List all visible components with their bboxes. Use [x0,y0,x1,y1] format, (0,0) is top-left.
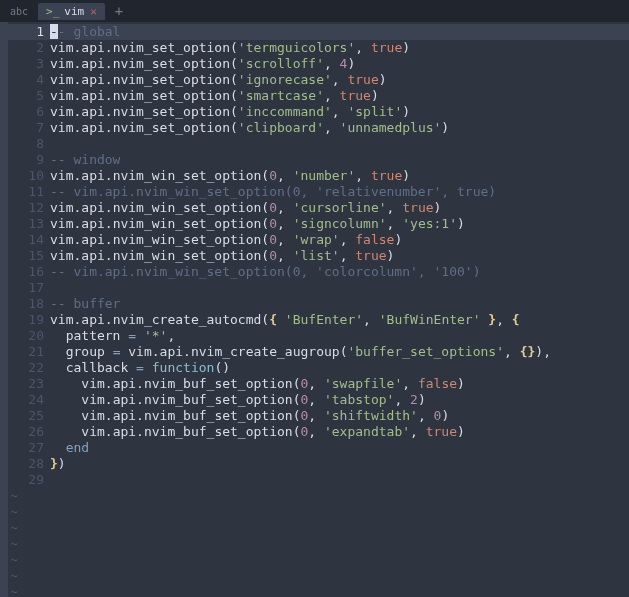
token: vim [50,232,73,247]
code-line[interactable]: 11-- vim.api.nvim_win_set_option(0, 'rel… [8,184,629,200]
code-content[interactable]: -- global [50,24,629,40]
code-line[interactable]: 3vim.api.nvim_set_option('scrolloff', 4) [8,56,629,72]
code-content[interactable]: vim.api.nvim_set_option('termguicolors',… [50,40,629,56]
code-line[interactable]: 8 [8,136,629,152]
token: ) [441,120,449,135]
token: . [136,424,144,439]
code-content[interactable]: vim.api.nvim_win_set_option(0, 'wrap', f… [50,232,629,248]
code-content[interactable]: vim.api.nvim_win_set_option(0, 'list', t… [50,248,629,264]
code-content[interactable]: -- vim.api.nvim_win_set_option(0, 'relat… [50,184,629,200]
code-line[interactable]: 17 [8,280,629,296]
line-number: 26 [8,424,50,440]
code-content[interactable] [50,472,629,488]
token: true [355,248,386,263]
line-number: 1 [8,24,50,40]
code-line[interactable]: 26 vim.api.nvim_buf_set_option(0, 'expan… [8,424,629,440]
code-content[interactable]: pattern = '*', [50,328,629,344]
code-line[interactable]: 25 vim.api.nvim_buf_set_option(0, 'shift… [8,408,629,424]
code-line[interactable]: 16-- vim.api.nvim_win_set_option(0, 'col… [8,264,629,280]
line-number: 13 [8,216,50,232]
code-line[interactable]: 23 vim.api.nvim_buf_set_option(0, 'swapf… [8,376,629,392]
code-line[interactable]: 27 end [8,440,629,456]
token: . [105,72,113,87]
code-line[interactable]: 24 vim.api.nvim_buf_set_option(0, 'tabst… [8,392,629,408]
code-content[interactable]: -- window [50,152,629,168]
token: api [81,168,104,183]
code-line[interactable]: 19vim.api.nvim_create_autocmd({ 'BufEnte… [8,312,629,328]
code-line[interactable]: 1-- global [8,24,629,40]
token: ( [261,216,269,231]
code-line[interactable]: 20 pattern = '*', [8,328,629,344]
editor[interactable]: 1-- global2vim.api.nvim_set_option('term… [8,22,629,597]
code-content[interactable]: vim.api.nvim_set_option('scrolloff', 4) [50,56,629,72]
code-line[interactable]: 6vim.api.nvim_set_option('inccommand', '… [8,104,629,120]
token: . [105,312,113,327]
empty-line-tilde: ~ [8,536,629,552]
code-line[interactable]: 4vim.api.nvim_set_option('ignorecase', t… [8,72,629,88]
code-content[interactable]: vim.api.nvim_set_option('clipboard', 'un… [50,120,629,136]
code-line[interactable]: 2vim.api.nvim_set_option('termguicolors'… [8,40,629,56]
token: api [113,408,136,423]
token: nvim_buf_set_option [144,376,293,391]
token: ( [261,168,269,183]
code-line[interactable]: 13vim.api.nvim_win_set_option(0, 'signco… [8,216,629,232]
token: nvim_set_option [113,72,230,87]
new-tab-button[interactable]: + [115,3,123,19]
code-content[interactable]: vim.api.nvim_buf_set_option(0, 'swapfile… [50,376,629,392]
code-content[interactable]: vim.api.nvim_set_option('smartcase', tru… [50,88,629,104]
code-content[interactable]: vim.api.nvim_buf_set_option(0, 'tabstop'… [50,392,629,408]
line-number: 18 [8,296,50,312]
code-content[interactable]: callback = function() [50,360,629,376]
code-line[interactable]: 10vim.api.nvim_win_set_option(0, 'number… [8,168,629,184]
code-content[interactable]: vim.api.nvim_set_option('inccommand', 's… [50,104,629,120]
token: , [363,312,379,327]
code-content[interactable]: vim.api.nvim_win_set_option(0, 'number',… [50,168,629,184]
code-line[interactable]: 21 group = vim.api.nvim_create_augroup('… [8,344,629,360]
code-content[interactable]: vim.api.nvim_create_autocmd({ 'BufEnter'… [50,312,629,328]
token: true [340,88,371,103]
code-content[interactable]: vim.api.nvim_buf_set_option(0, 'shiftwid… [50,408,629,424]
code-line[interactable]: 9-- window [8,152,629,168]
code-content[interactable]: -- buffer [50,296,629,312]
code-line[interactable]: 7vim.api.nvim_set_option('clipboard', 'u… [8,120,629,136]
code-content[interactable] [50,136,629,152]
token: } [488,312,496,327]
code-content[interactable]: group = vim.api.nvim_create_augroup('buf… [50,344,629,360]
code-line[interactable]: 18-- buffer [8,296,629,312]
code-content[interactable]: vim.api.nvim_buf_set_option(0, 'expandta… [50,424,629,440]
code-content[interactable]: -- vim.api.nvim_win_set_option(0, 'color… [50,264,629,280]
token: () [214,360,230,375]
code-line[interactable]: 15vim.api.nvim_win_set_option(0, 'list',… [8,248,629,264]
code-content[interactable] [50,280,629,296]
token: -- buffer [50,296,120,311]
code-line[interactable]: 12vim.api.nvim_win_set_option(0, 'cursor… [8,200,629,216]
token: ) [457,216,465,231]
code-line[interactable]: 22 callback = function() [8,360,629,376]
token: api [113,376,136,391]
token: api [81,72,104,87]
token: ( [261,200,269,215]
token: 'cursorline' [293,200,387,215]
token: , [340,248,356,263]
code-content[interactable]: end [50,440,629,456]
tab-vim[interactable]: >_ vim ✕ [38,3,105,20]
close-icon[interactable]: ✕ [90,5,97,18]
sign-column [0,22,8,597]
token: {} [520,344,536,359]
token: -- vim.api.nvim_win_set_option(0, 'color… [50,264,480,279]
token: . [105,120,113,135]
code-content[interactable]: vim.api.nvim_win_set_option(0, 'cursorli… [50,200,629,216]
code-line[interactable]: 5vim.api.nvim_set_option('smartcase', tr… [8,88,629,104]
line-number: 29 [8,472,50,488]
token: ) [441,408,449,423]
code-line[interactable]: 29 [8,472,629,488]
tab-bar: abc >_ vim ✕ + [0,0,629,22]
code-line[interactable]: 14vim.api.nvim_win_set_option(0, 'wrap',… [8,232,629,248]
token: api [113,424,136,439]
token: api [81,312,104,327]
code-line[interactable]: 28}) [8,456,629,472]
code-content[interactable]: vim.api.nvim_set_option('ignorecase', tr… [50,72,629,88]
code-content[interactable]: vim.api.nvim_win_set_option(0, 'signcolu… [50,216,629,232]
token: , [496,312,512,327]
code-content[interactable]: }) [50,456,629,472]
